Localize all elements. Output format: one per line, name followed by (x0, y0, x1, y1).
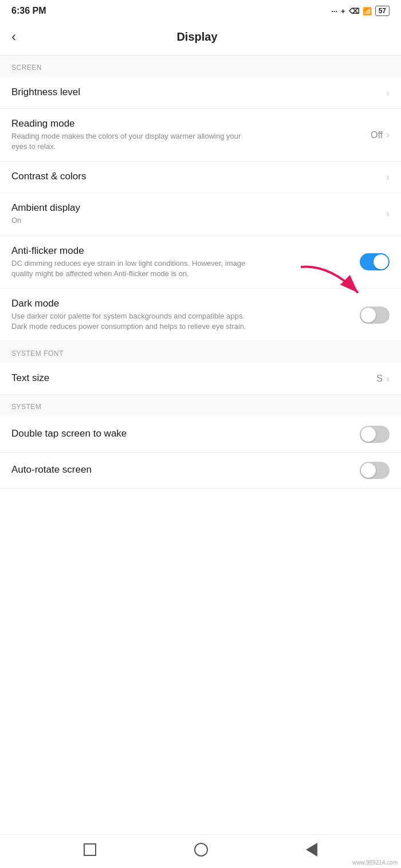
dark-mode-row[interactable]: Dark mode Use darker color palette for s… (0, 289, 401, 341)
ambient-display-subtitle: On (11, 215, 252, 226)
text-size-row[interactable]: Text size S › (0, 363, 401, 395)
anti-flicker-subtitle: DC dimming reduces eye strain in low lig… (11, 258, 252, 279)
status-time: 6:36 PM (11, 6, 46, 16)
reading-mode-subtitle: Reading mode makes the colors of your di… (11, 131, 252, 152)
double-tap-title: Double tap screen to wake (11, 428, 353, 439)
back-button[interactable]: ‹ (11, 26, 22, 47)
brightness-title: Brightness level (11, 87, 379, 98)
circle-icon (194, 843, 208, 857)
ambient-display-chevron: › (386, 208, 390, 220)
brightness-row[interactable]: Brightness level › (0, 77, 401, 109)
section-system-font-label: SYSTEM FONT (0, 341, 401, 363)
anti-flicker-title: Anti-flicker mode (11, 245, 353, 257)
contrast-colors-row[interactable]: Contrast & colors › (0, 162, 401, 193)
battery-x-icon: ⌫ (349, 7, 359, 15)
wifi-icon: 📶 (363, 7, 372, 15)
status-icons: ··· + ⌫ 📶 57 (331, 6, 390, 16)
watermark: www.989214.com (352, 859, 398, 866)
header: ‹ Display (0, 21, 401, 56)
contrast-colors-title: Contrast & colors (11, 171, 379, 182)
battery-level: 57 (375, 6, 390, 16)
section-system-label: SYSTEM (0, 395, 401, 417)
auto-rotate-toggle[interactable] (360, 462, 390, 479)
ambient-display-row[interactable]: Ambient display On › (0, 193, 401, 235)
reading-mode-chevron: › (386, 129, 390, 141)
ambient-display-title: Ambient display (11, 202, 379, 214)
bluetooth-icon: + (341, 7, 345, 15)
brightness-chevron: › (386, 87, 390, 99)
dots-icon: ··· (331, 7, 337, 15)
square-icon (84, 843, 96, 856)
reading-mode-row[interactable]: Reading mode Reading mode makes the colo… (0, 109, 401, 162)
dark-mode-title: Dark mode (11, 298, 353, 309)
home-button[interactable] (194, 843, 208, 857)
auto-rotate-row[interactable]: Auto-rotate screen (0, 453, 401, 489)
triangle-icon (306, 843, 317, 857)
auto-rotate-title: Auto-rotate screen (11, 464, 353, 476)
reading-mode-title: Reading mode (11, 118, 364, 129)
double-tap-row[interactable]: Double tap screen to wake (0, 417, 401, 453)
dark-mode-subtitle: Use darker color palette for system back… (11, 311, 252, 332)
bottom-navigation (0, 834, 401, 868)
back-icon: ‹ (11, 29, 16, 44)
back-nav-button[interactable] (306, 843, 317, 857)
text-size-value: S (376, 374, 383, 384)
anti-flicker-row[interactable]: Anti-flicker mode DC dimming reduces eye… (0, 236, 401, 289)
contrast-colors-chevron: › (386, 171, 390, 183)
dark-mode-toggle[interactable] (360, 307, 390, 324)
anti-flicker-toggle[interactable] (360, 253, 390, 270)
text-size-chevron: › (386, 373, 390, 385)
recent-apps-button[interactable] (84, 843, 96, 856)
page-title: Display (22, 30, 372, 44)
double-tap-toggle[interactable] (360, 426, 390, 443)
reading-mode-value: Off (371, 130, 383, 140)
text-size-title: Text size (11, 372, 369, 384)
section-screen-label: SCREEN (0, 56, 401, 77)
status-bar: 6:36 PM ··· + ⌫ 📶 57 (0, 0, 401, 21)
